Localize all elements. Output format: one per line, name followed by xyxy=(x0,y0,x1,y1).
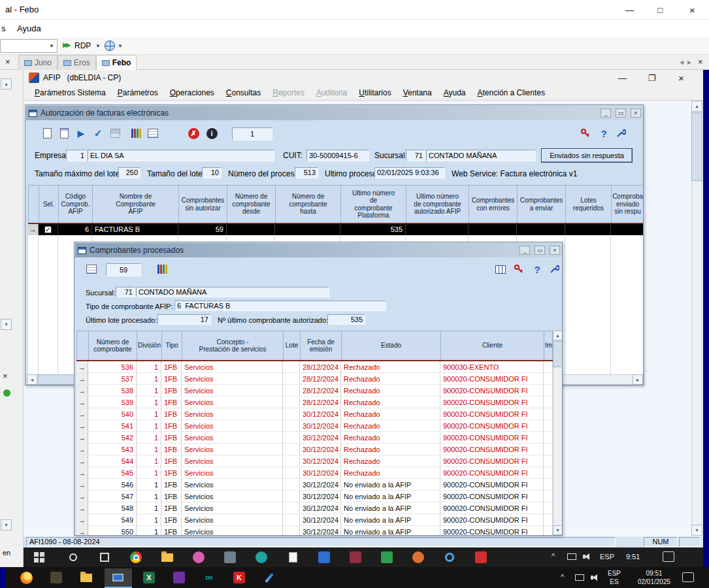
auth-titlebar[interactable]: Autorización de facturas electrónicas _ … xyxy=(26,106,644,120)
scroll-up-icon[interactable]: ▲ xyxy=(1,78,12,90)
table-row[interactable]: →54911FBServicios30/12/2024No enviado a … xyxy=(76,514,553,526)
proc-tipo-field[interactable]: 6 FACTURAS B xyxy=(174,301,386,311)
table-icon[interactable] xyxy=(493,262,508,276)
proc-close-button[interactable]: × xyxy=(550,246,560,255)
empresa-name-field[interactable]: EL DIA SA xyxy=(88,150,274,161)
table-row[interactable]: →54011FBServicios30/12/2024Rechazado9000… xyxy=(76,408,553,420)
remote-clock[interactable]: 9:51 xyxy=(626,553,640,561)
taskbar-icon-folder[interactable] xyxy=(78,570,94,585)
menu-parámetros[interactable]: Parámetros xyxy=(112,86,164,101)
save-icon[interactable] xyxy=(108,126,122,140)
close-tab-icon[interactable]: × xyxy=(5,57,10,67)
proc-restore-button[interactable]: ▭ xyxy=(535,246,545,255)
proceso-field[interactable]: 513 xyxy=(295,167,318,178)
batch-bars-icon[interactable] xyxy=(155,262,169,276)
menu-operaciones[interactable]: Operaciones xyxy=(164,86,220,101)
taskbar-icon-app-blue[interactable] xyxy=(316,549,332,565)
menu-parámetros-sistema[interactable]: Parámetros Sistema xyxy=(29,86,112,101)
taskbar-icon-app-doc[interactable] xyxy=(285,549,301,565)
taskbar-icon-app-pen[interactable] xyxy=(261,570,277,585)
scroll-down-icon[interactable]: ▼ xyxy=(1,519,12,531)
network-icon[interactable] xyxy=(575,574,584,581)
panel-close-icon[interactable]: × xyxy=(3,371,8,381)
afip-maximize-button[interactable]: ❐ xyxy=(637,70,667,86)
taskbar-icon-file-explorer[interactable] xyxy=(159,549,175,565)
checkbox-checked-icon[interactable]: ✓ xyxy=(44,226,52,233)
taskbar-icon-app-infinity[interactable]: ∞ xyxy=(201,570,217,585)
table-row[interactable]: →54311FBServicios30/12/2024Rechazado9000… xyxy=(76,444,553,455)
tools-icon[interactable] xyxy=(614,126,628,140)
scroll-up-icon[interactable]: ▲ xyxy=(553,331,563,340)
table-row[interactable]: →53611FBServicios28/12/2024Rechazado9000… xyxy=(76,361,553,373)
ultimo-proceso-field[interactable]: 02/01/2025 9:03:36 xyxy=(374,167,445,178)
taskbar-icon-chrome[interactable] xyxy=(128,549,144,565)
host-tray-expand-icon[interactable]: ^ xyxy=(561,573,564,581)
scroll-down-icon[interactable]: ▼ xyxy=(1,319,12,330)
auth-minimize-button[interactable]: _ xyxy=(601,108,611,118)
auth-close-button[interactable]: × xyxy=(631,108,641,118)
scroll-left-icon[interactable]: ◄ xyxy=(27,374,37,385)
key-icon[interactable] xyxy=(512,262,526,276)
taskbar-icon-app-lightblue[interactable] xyxy=(442,549,457,565)
menu-atención-a-clientes[interactable]: Atención a Clientes xyxy=(472,86,551,101)
validate-icon[interactable]: ✓ xyxy=(91,126,105,140)
sel-cell[interactable]: ✓ xyxy=(39,224,58,235)
notifications-icon[interactable] xyxy=(663,551,674,562)
help-icon[interactable]: ? xyxy=(530,262,544,276)
proc-sucursal-name-field[interactable]: CONTADO MAÑANA xyxy=(136,287,329,297)
remote-tray-expand-icon[interactable]: ^ xyxy=(552,552,555,560)
taskbar-icon-app-teal[interactable] xyxy=(254,549,269,565)
table-row[interactable]: →54511FBServicios30/12/2024Rechazado9000… xyxy=(76,467,553,479)
properties-icon[interactable] xyxy=(57,126,71,140)
taskbar-icon-app-k[interactable]: K xyxy=(231,570,247,585)
run-icon[interactable]: ▶ xyxy=(74,126,88,140)
taskbar-icon-app-dark[interactable] xyxy=(48,570,64,585)
batch-bars-icon[interactable] xyxy=(129,126,143,140)
taskbar-icon-firefox[interactable] xyxy=(18,570,34,585)
cancel-icon[interactable]: ✗ xyxy=(186,126,201,140)
taskbar-icon-app-pink[interactable] xyxy=(191,549,206,565)
table-row[interactable]: →54111FBServicios30/12/2024Rechazado9000… xyxy=(76,420,553,432)
taskbar-icon-search[interactable] xyxy=(65,549,81,565)
taskbar-icon-app-purple[interactable] xyxy=(171,570,187,585)
proc-sucursal-code-field[interactable]: 71 xyxy=(116,287,135,297)
auth-selected-row[interactable]: →✓6FACTURAS B59535 xyxy=(28,224,644,235)
tab-juno[interactable]: Juno xyxy=(18,55,58,70)
network-icon[interactable] xyxy=(567,553,576,560)
scroll-down-icon[interactable]: ▼ xyxy=(553,525,563,535)
host-lang-indicator[interactable]: ESP ES xyxy=(608,569,621,586)
minimize-button[interactable]: — xyxy=(614,0,645,20)
scroll-up-icon[interactable]: ▲ xyxy=(691,101,702,112)
table-row[interactable]: →54611FBServicios30/12/2024No enviado a … xyxy=(76,479,553,491)
taskbar-icon-app-maroon[interactable] xyxy=(348,549,363,565)
tam-max-field[interactable]: 250 xyxy=(118,167,140,178)
mdi-vscroll-thumb[interactable] xyxy=(691,112,702,181)
afip-minimize-button[interactable]: — xyxy=(608,70,637,86)
empresa-code-field[interactable]: 1 xyxy=(66,150,87,161)
close-button[interactable]: × xyxy=(676,0,709,20)
notifications-icon[interactable] xyxy=(682,572,694,582)
menu-ayuda[interactable]: Ayuda xyxy=(438,86,472,101)
tab-close-icon[interactable]: × xyxy=(698,57,703,67)
proc-minimize-button[interactable]: _ xyxy=(519,246,530,255)
scroll-down-icon[interactable]: ▼ xyxy=(691,525,702,536)
table-row[interactable]: →53911FBServicios28/12/2024Rechazado9000… xyxy=(76,397,553,408)
taskbar-icon-mremoteng[interactable] xyxy=(110,570,125,585)
table-row[interactable]: →54811FBServicios30/12/2024No enviado a … xyxy=(76,502,553,514)
connection-combo[interactable]: ▼ xyxy=(0,39,58,53)
taskbar-icon-app-orange[interactable] xyxy=(410,549,426,565)
scroll-right-icon[interactable]: ► xyxy=(633,374,643,385)
new-document-icon[interactable] xyxy=(40,126,54,140)
export-sheet-icon[interactable] xyxy=(146,126,160,140)
key-icon[interactable] xyxy=(578,126,593,140)
table-row[interactable]: →54711FBServicios30/12/2024No enviado a … xyxy=(76,491,553,502)
globe-icon[interactable] xyxy=(105,41,115,51)
cuit-field[interactable]: 30-50009415-6 xyxy=(306,150,369,161)
taskbar-icon-start[interactable] xyxy=(31,549,47,565)
info-icon[interactable]: i xyxy=(205,126,219,140)
enviados-sin-respuesta-button[interactable]: Enviados sin respuesta xyxy=(541,148,633,163)
proc-lote-field[interactable]: 17 xyxy=(157,314,211,325)
menu-ventana[interactable]: Ventana xyxy=(397,86,438,101)
taskbar-icon-task-view[interactable] xyxy=(97,549,112,565)
table-row[interactable]: →55011FBServicios30/12/2024No enviado a … xyxy=(76,526,553,536)
